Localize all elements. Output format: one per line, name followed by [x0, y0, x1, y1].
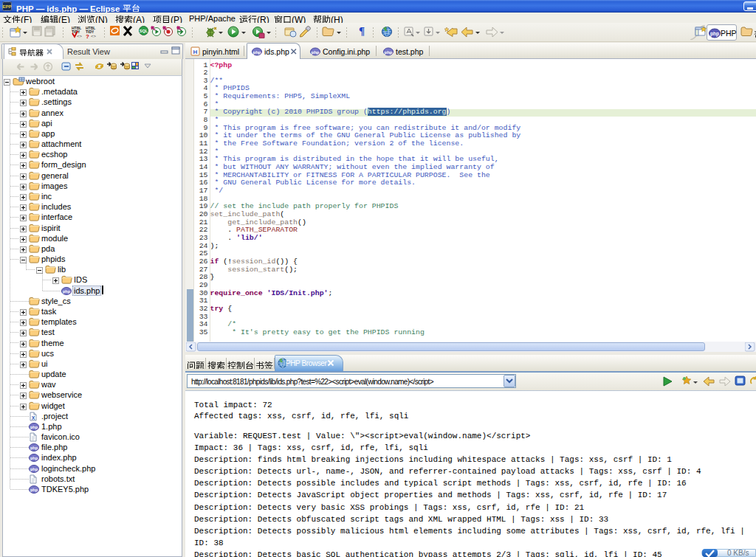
- svg-text:php: php: [30, 456, 38, 460]
- svg-text:php: php: [30, 467, 38, 471]
- svg-text:X: X: [32, 415, 35, 421]
- svg-text:php: php: [710, 31, 719, 37]
- svg-text:<>: <>: [77, 34, 82, 38]
- svg-text:php: php: [30, 446, 38, 450]
- svg-text:php: php: [63, 289, 71, 294]
- svg-text:php: php: [253, 50, 261, 55]
- svg-text:php: php: [30, 425, 38, 429]
- svg-text:SQL: SQL: [140, 29, 148, 33]
- svg-text:H: H: [193, 49, 198, 55]
- svg-text:php: php: [30, 488, 38, 492]
- svg-text:?: ?: [86, 33, 89, 38]
- svg-text:<>: <>: [91, 34, 96, 38]
- svg-text:php: php: [385, 50, 393, 55]
- svg-text:php: php: [312, 50, 320, 55]
- svg-text:EPP: EPP: [2, 4, 11, 9]
